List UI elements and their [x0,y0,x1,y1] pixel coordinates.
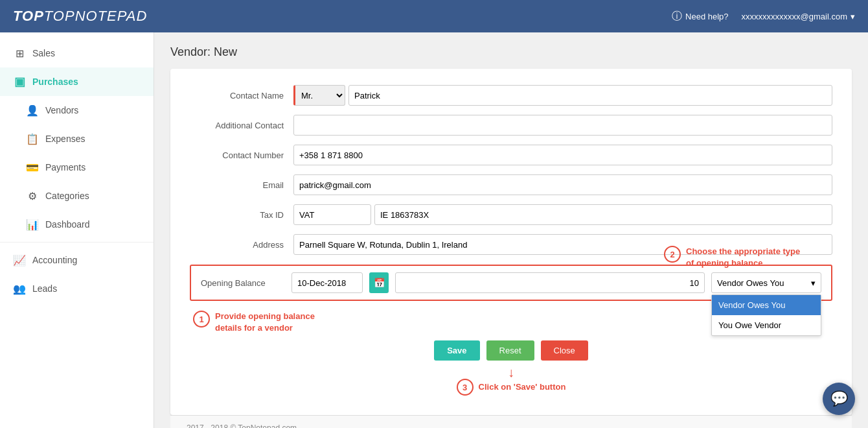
footer: 2017 - 2018 © TopNotepad.com [170,415,852,428]
contact-name-label: Contact Name [190,91,293,101]
vendor-form: Contact Name Mr. Mrs. Ms. Dr. Additional… [170,69,852,415]
sidebar-label-vendors: Vendors [45,105,78,115]
contact-number-input[interactable] [293,145,832,165]
sidebar-label-categories: Categories [45,191,89,201]
annotation-1-circle: 1 [193,311,210,327]
main-layout: ⊞ Sales ▣ Purchases 👤 Vendors 📋 Expenses… [0,32,868,428]
ob-type-button[interactable]: Vendor Owes You ▾ [711,272,821,293]
sidebar-item-vendors[interactable]: 👤 Vendors [0,96,154,125]
additional-contact-row: Additional Contact [190,115,832,136]
receipt-icon: 📋 [26,132,39,145]
tax-id-label: Tax ID [190,210,293,220]
opening-balance-section: Opening Balance 📅 Vendor Owes You ▾ [190,265,832,301]
chevron-down-icon: ▾ [851,12,855,21]
opening-balance-amount[interactable] [395,272,705,293]
action-buttons: Save Reset Close [190,340,832,361]
sidebar-label-payments: Payments [45,162,86,172]
calendar-icon: 📅 [374,278,385,288]
header-right: ⓘ Need help? xxxxxxxxxxxxxx@gmail.com ▾ [672,10,855,23]
annotation-2: 2 Choose the appropriate typeof opening … [664,246,832,269]
annotation-1-area: 1 Provide opening balancedetails for a v… [193,311,315,334]
main-content: Vendor: New Contact Name Mr. Mrs. Ms. Dr… [154,32,868,428]
save-button[interactable]: Save [434,340,479,361]
contact-name-inputs: Mr. Mrs. Ms. Dr. [293,85,832,106]
annotation-1-text: Provide opening balancedetails for a ven… [215,311,315,334]
sidebar-item-categories[interactable]: ⚙ Categories [0,182,154,210]
additional-contact-label: Additional Contact [190,121,293,130]
sidebar-item-accounting[interactable]: 📈 Accounting [0,246,154,274]
address-label: Address [190,240,293,250]
email-row: Email [190,174,832,195]
sidebar-label-sales: Sales [32,48,55,58]
chat-icon: 💬 [830,390,848,407]
close-button[interactable]: Close [541,340,588,361]
person-icon: 👤 [26,104,39,117]
contact-number-row: Contact Number [190,145,832,165]
ob-option-vendor-owes-you[interactable]: Vendor Owes You [712,295,821,315]
help-icon: ⓘ [672,10,682,23]
tax-type-input[interactable] [293,204,371,225]
annotation-3: 3 Click on 'Save' button [457,379,566,396]
help-link[interactable]: ⓘ Need help? [672,10,729,23]
dashboard-icon: 📊 [26,218,39,231]
reset-button[interactable]: Reset [486,340,534,361]
email-label: Email [190,180,293,190]
annotation-3-circle: 3 [457,379,474,396]
tax-number-input[interactable] [374,204,832,225]
ob-type-dropdown: Vendor Owes You You Owe Vendor [711,294,821,336]
opening-balance-date[interactable] [291,272,363,293]
tax-id-row: Tax ID [190,204,832,225]
annotation-3-text: Click on 'Save' button [479,381,566,393]
app-logo: TopTopNotepad [13,8,147,25]
sidebar-label-dashboard: Dashboard [45,219,90,230]
contact-name-row: Contact Name Mr. Mrs. Ms. Dr. [190,85,832,106]
sidebar-item-dashboard[interactable]: 📊 Dashboard [0,210,154,239]
additional-contact-input[interactable] [293,115,832,136]
annotation-1: 1 Provide opening balancedetails for a v… [193,311,315,334]
user-menu[interactable]: xxxxxxxxxxxxxx@gmail.com ▾ [742,12,855,21]
gear-icon: ⚙ [26,189,39,202]
annotation-3-area: ↓ 3 Click on 'Save' button [190,366,832,396]
email-input[interactable] [293,174,832,195]
people-icon: 👥 [13,282,26,295]
chat-button[interactable]: 💬 [823,383,855,415]
title-select[interactable]: Mr. Mrs. Ms. Dr. [293,85,345,106]
chevron-down-icon: ▾ [811,278,816,288]
sidebar-item-sales[interactable]: ⊞ Sales [0,39,154,67]
sidebar: ⊞ Sales ▣ Purchases 👤 Vendors 📋 Expenses… [0,32,154,428]
annotation-2-text: Choose the appropriate typeof opening ba… [686,246,800,269]
opening-balance-label: Opening Balance [201,278,285,288]
sidebar-label-purchases: Purchases [32,77,78,87]
sidebar-item-purchases[interactable]: ▣ Purchases [0,67,154,96]
ob-type-selected: Vendor Owes You [717,278,784,288]
ob-option-you-owe-vendor[interactable]: You Owe Vendor [712,315,821,335]
sidebar-item-payments[interactable]: 💳 Payments [0,153,154,182]
sidebar-label-leads: Leads [32,283,57,294]
page-title: Vendor: New [170,45,852,59]
sidebar-label-accounting: Accounting [32,255,77,265]
credit-card-icon: 💳 [26,161,39,174]
first-name-input[interactable] [348,85,832,106]
sidebar-item-expenses[interactable]: 📋 Expenses [0,125,154,153]
tax-inputs [293,204,832,225]
header: TopTopNotepad ⓘ Need help? xxxxxxxxxxxxx… [0,0,868,32]
calendar-button[interactable]: 📅 [369,272,389,293]
ob-type-wrapper: Vendor Owes You ▾ Vendor Owes You You Ow… [711,272,821,293]
arrow-down-icon: ↓ [508,366,514,379]
minus-square-icon: ▣ [13,75,26,88]
opening-balance-row: Opening Balance 📅 Vendor Owes You ▾ [201,272,821,293]
sidebar-label-expenses: Expenses [45,134,85,144]
bar-chart-icon: 📈 [13,254,26,267]
annotation-2-circle: 2 [664,246,681,263]
sidebar-item-leads[interactable]: 👥 Leads [0,274,154,303]
layers-icon: ⊞ [13,47,26,60]
contact-number-label: Contact Number [190,150,293,160]
